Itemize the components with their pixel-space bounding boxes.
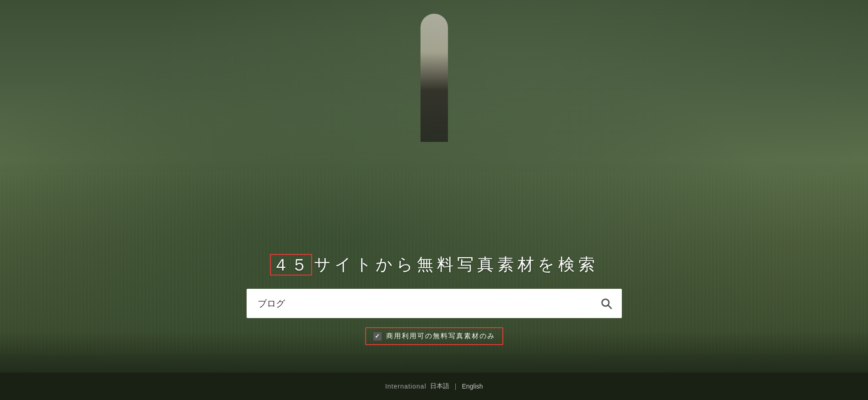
- svg-point-0: [602, 299, 609, 306]
- english-link[interactable]: English: [462, 383, 483, 390]
- page-footer: International 日本語 | English: [0, 373, 868, 400]
- japanese-link[interactable]: 日本語: [430, 382, 449, 390]
- commercial-filter-label[interactable]: 商用利用可の無料写真素材のみ: [365, 327, 503, 345]
- international-label: International: [385, 383, 426, 390]
- page-background: ４５サイトから無料写真素材を検索 商用利用可の無料写真素材のみ Internat…: [0, 0, 868, 400]
- search-button[interactable]: [591, 289, 622, 318]
- footer-pipe: |: [455, 383, 457, 390]
- svg-line-1: [608, 305, 612, 309]
- commercial-filter-checkbox[interactable]: [373, 332, 382, 341]
- main-content: ４５サイトから無料写真素材を検索 商用利用可の無料写真素材のみ: [0, 254, 868, 345]
- page-headline: ４５サイトから無料写真素材を検索: [270, 254, 598, 276]
- site-count: ４５: [270, 254, 312, 276]
- commercial-filter-text: 商用利用可の無料写真素材のみ: [386, 332, 495, 341]
- search-icon: [600, 297, 613, 310]
- search-bar: [247, 289, 622, 318]
- search-input[interactable]: [247, 290, 591, 317]
- person-silhouette: [421, 14, 448, 142]
- footer-links: International 日本語 | English: [385, 382, 483, 390]
- headline-text: サイトから無料写真素材を検索: [314, 254, 598, 276]
